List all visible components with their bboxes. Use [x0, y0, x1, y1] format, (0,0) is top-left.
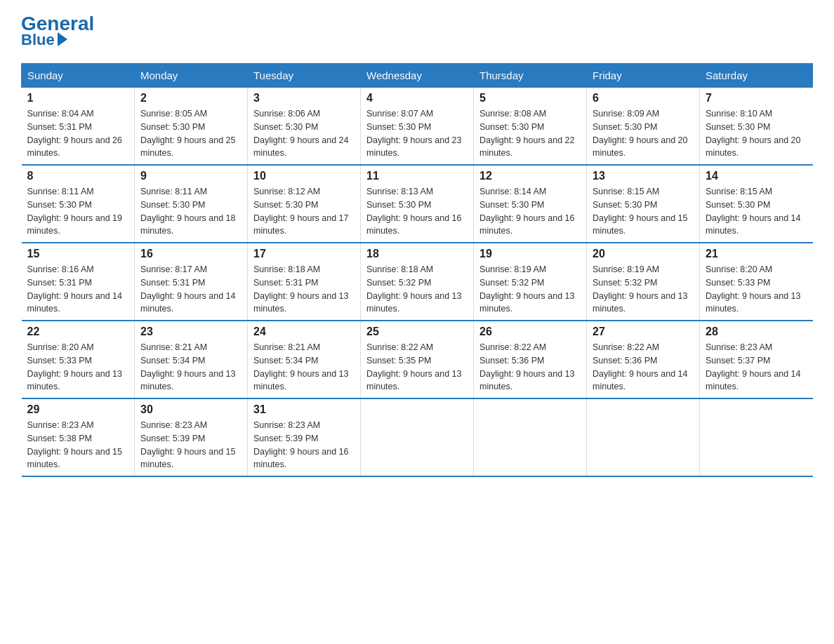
day-info: Sunrise: 8:19 AMSunset: 5:32 PMDaylight:… — [593, 263, 694, 316]
day-info: Sunrise: 8:15 AMSunset: 5:30 PMDaylight:… — [593, 185, 694, 238]
table-row: 29 Sunrise: 8:23 AMSunset: 5:38 PMDaylig… — [22, 398, 135, 476]
table-row: 6 Sunrise: 8:09 AMSunset: 5:30 PMDayligh… — [587, 88, 700, 166]
day-info: Sunrise: 8:19 AMSunset: 5:32 PMDaylight:… — [479, 263, 581, 316]
day-info: Sunrise: 8:14 AMSunset: 5:30 PMDaylight:… — [479, 185, 581, 238]
table-row: 18 Sunrise: 8:18 AMSunset: 5:32 PMDaylig… — [361, 243, 474, 321]
day-number: 6 — [593, 92, 694, 105]
table-row: 7 Sunrise: 8:10 AMSunset: 5:30 PMDayligh… — [700, 88, 813, 166]
day-number: 13 — [593, 170, 694, 182]
col-saturday: Saturday — [700, 64, 813, 88]
table-row: 13 Sunrise: 8:15 AMSunset: 5:30 PMDaylig… — [587, 165, 700, 243]
day-number: 23 — [140, 326, 241, 338]
day-number: 31 — [253, 403, 355, 416]
day-number: 20 — [593, 248, 694, 260]
col-tuesday: Tuesday — [248, 64, 361, 88]
table-row: 3 Sunrise: 8:06 AMSunset: 5:30 PMDayligh… — [248, 88, 361, 166]
table-row — [587, 398, 700, 476]
table-row: 22 Sunrise: 8:20 AMSunset: 5:33 PMDaylig… — [22, 321, 135, 398]
day-info: Sunrise: 8:12 AMSunset: 5:30 PMDaylight:… — [253, 185, 355, 238]
table-row — [361, 398, 474, 476]
table-row — [700, 398, 813, 476]
day-info: Sunrise: 8:11 AMSunset: 5:30 PMDaylight:… — [27, 185, 129, 238]
day-number: 30 — [140, 403, 241, 416]
day-info: Sunrise: 8:23 AMSunset: 5:39 PMDaylight:… — [140, 419, 241, 471]
col-sunday: Sunday — [22, 64, 135, 88]
day-info: Sunrise: 8:21 AMSunset: 5:34 PMDaylight:… — [140, 341, 241, 394]
table-row: 4 Sunrise: 8:07 AMSunset: 5:30 PMDayligh… — [361, 88, 474, 166]
col-thursday: Thursday — [474, 64, 587, 88]
day-number: 21 — [706, 248, 807, 260]
day-number: 4 — [366, 92, 468, 105]
day-info: Sunrise: 8:07 AMSunset: 5:30 PMDaylight:… — [366, 107, 468, 160]
day-number: 27 — [593, 326, 694, 338]
table-row: 11 Sunrise: 8:13 AMSunset: 5:30 PMDaylig… — [361, 165, 474, 243]
table-row: 28 Sunrise: 8:23 AMSunset: 5:37 PMDaylig… — [700, 321, 813, 398]
day-number: 11 — [366, 170, 468, 182]
table-row: 15 Sunrise: 8:16 AMSunset: 5:31 PMDaylig… — [22, 243, 135, 321]
table-row: 25 Sunrise: 8:22 AMSunset: 5:35 PMDaylig… — [361, 321, 474, 398]
day-number: 10 — [253, 170, 355, 182]
table-row: 1 Sunrise: 8:04 AMSunset: 5:31 PMDayligh… — [22, 88, 135, 166]
day-number: 15 — [27, 248, 129, 260]
calendar-week-row: 1 Sunrise: 8:04 AMSunset: 5:31 PMDayligh… — [22, 88, 813, 166]
calendar-week-row: 8 Sunrise: 8:11 AMSunset: 5:30 PMDayligh… — [22, 165, 813, 243]
day-info: Sunrise: 8:22 AMSunset: 5:36 PMDaylight:… — [593, 341, 694, 394]
day-number: 2 — [140, 92, 241, 105]
day-info: Sunrise: 8:22 AMSunset: 5:36 PMDaylight:… — [479, 341, 581, 394]
day-info: Sunrise: 8:05 AMSunset: 5:30 PMDaylight:… — [140, 107, 241, 160]
calendar-header-row: Sunday Monday Tuesday Wednesday Thursday… — [22, 64, 813, 88]
day-info: Sunrise: 8:04 AMSunset: 5:31 PMDaylight:… — [27, 107, 129, 160]
day-info: Sunrise: 8:15 AMSunset: 5:30 PMDaylight:… — [706, 185, 807, 238]
day-info: Sunrise: 8:23 AMSunset: 5:37 PMDaylight:… — [706, 341, 807, 394]
day-info: Sunrise: 8:10 AMSunset: 5:30 PMDaylight:… — [706, 107, 807, 160]
day-info: Sunrise: 8:08 AMSunset: 5:30 PMDaylight:… — [479, 107, 581, 160]
logo-arrow-icon — [58, 32, 67, 46]
table-row: 31 Sunrise: 8:23 AMSunset: 5:39 PMDaylig… — [248, 398, 361, 476]
logo-blue-text: Blue — [21, 31, 67, 49]
day-number: 8 — [27, 170, 129, 182]
col-friday: Friday — [587, 64, 700, 88]
day-number: 1 — [27, 92, 129, 105]
day-number: 24 — [253, 326, 355, 338]
table-row: 30 Sunrise: 8:23 AMSunset: 5:39 PMDaylig… — [135, 398, 248, 476]
day-number: 28 — [706, 326, 807, 338]
col-monday: Monday — [135, 64, 248, 88]
table-row: 10 Sunrise: 8:12 AMSunset: 5:30 PMDaylig… — [248, 165, 361, 243]
table-row: 14 Sunrise: 8:15 AMSunset: 5:30 PMDaylig… — [700, 165, 813, 243]
calendar-week-row: 15 Sunrise: 8:16 AMSunset: 5:31 PMDaylig… — [22, 243, 813, 321]
logo: General Blue — [21, 14, 94, 49]
day-info: Sunrise: 8:22 AMSunset: 5:35 PMDaylight:… — [366, 341, 468, 394]
day-number: 26 — [479, 326, 581, 338]
day-number: 17 — [253, 248, 355, 260]
day-number: 16 — [140, 248, 241, 260]
day-info: Sunrise: 8:21 AMSunset: 5:34 PMDaylight:… — [253, 341, 355, 394]
day-number: 3 — [253, 92, 355, 105]
calendar-week-row: 22 Sunrise: 8:20 AMSunset: 5:33 PMDaylig… — [22, 321, 813, 398]
day-number: 25 — [366, 326, 468, 338]
day-number: 18 — [366, 248, 468, 260]
calendar-week-row: 29 Sunrise: 8:23 AMSunset: 5:38 PMDaylig… — [22, 398, 813, 476]
day-info: Sunrise: 8:13 AMSunset: 5:30 PMDaylight:… — [366, 185, 468, 238]
day-number: 9 — [140, 170, 241, 182]
day-info: Sunrise: 8:17 AMSunset: 5:31 PMDaylight:… — [140, 263, 241, 316]
day-info: Sunrise: 8:20 AMSunset: 5:33 PMDaylight:… — [706, 263, 807, 316]
day-info: Sunrise: 8:18 AMSunset: 5:31 PMDaylight:… — [253, 263, 355, 316]
table-row: 27 Sunrise: 8:22 AMSunset: 5:36 PMDaylig… — [587, 321, 700, 398]
table-row: 2 Sunrise: 8:05 AMSunset: 5:30 PMDayligh… — [135, 88, 248, 166]
table-row: 23 Sunrise: 8:21 AMSunset: 5:34 PMDaylig… — [135, 321, 248, 398]
day-info: Sunrise: 8:09 AMSunset: 5:30 PMDaylight:… — [593, 107, 694, 160]
day-number: 29 — [27, 403, 129, 416]
table-row: 21 Sunrise: 8:20 AMSunset: 5:33 PMDaylig… — [700, 243, 813, 321]
table-row: 19 Sunrise: 8:19 AMSunset: 5:32 PMDaylig… — [474, 243, 587, 321]
table-row: 26 Sunrise: 8:22 AMSunset: 5:36 PMDaylig… — [474, 321, 587, 398]
day-number: 22 — [27, 326, 129, 338]
table-row: 12 Sunrise: 8:14 AMSunset: 5:30 PMDaylig… — [474, 165, 587, 243]
page-header: General Blue — [21, 14, 813, 49]
day-number: 5 — [479, 92, 581, 105]
table-row: 16 Sunrise: 8:17 AMSunset: 5:31 PMDaylig… — [135, 243, 248, 321]
table-row: 9 Sunrise: 8:11 AMSunset: 5:30 PMDayligh… — [135, 165, 248, 243]
day-number: 7 — [706, 92, 807, 105]
table-row: 5 Sunrise: 8:08 AMSunset: 5:30 PMDayligh… — [474, 88, 587, 166]
day-number: 14 — [706, 170, 807, 182]
table-row: 17 Sunrise: 8:18 AMSunset: 5:31 PMDaylig… — [248, 243, 361, 321]
